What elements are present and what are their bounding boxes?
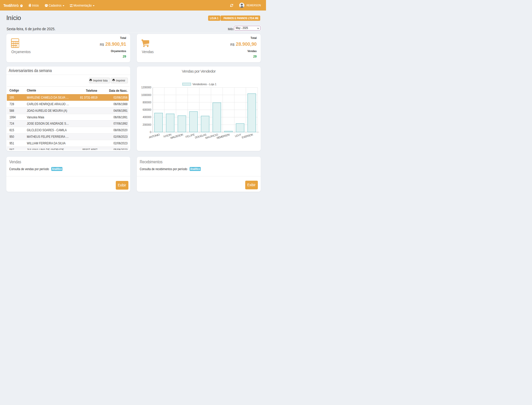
- svg-text:ANTONIO: ANTONIO: [148, 133, 160, 139]
- svg-text:WALDESON: WALDESON: [170, 133, 183, 139]
- svg-text:LEVY: LEVY: [234, 133, 242, 138]
- svg-text:Vendas por Vendedor: Vendas por Vendedor: [182, 69, 216, 73]
- svg-text:FELIPE: FELIPE: [185, 133, 195, 138]
- svg-text:800000: 800000: [143, 101, 151, 104]
- svg-text:0: 0: [150, 130, 151, 134]
- svg-text:MAURICIO: MAURICIO: [205, 133, 218, 139]
- svg-text:1000000: 1000000: [141, 93, 151, 97]
- svg-text:1200000: 1200000: [141, 86, 151, 89]
- svg-text:DOUGLAS: DOUGLAS: [194, 133, 207, 139]
- svg-text:Vendedores - Loja 1: Vendedores - Loja 1: [192, 83, 216, 86]
- svg-text:REMERSON: REMERSON: [216, 133, 230, 140]
- svg-text:EVERSON: EVERSON: [241, 133, 253, 139]
- svg-text:200000: 200000: [143, 123, 151, 126]
- svg-text:600000: 600000: [143, 108, 151, 111]
- svg-text:400000: 400000: [143, 116, 151, 119]
